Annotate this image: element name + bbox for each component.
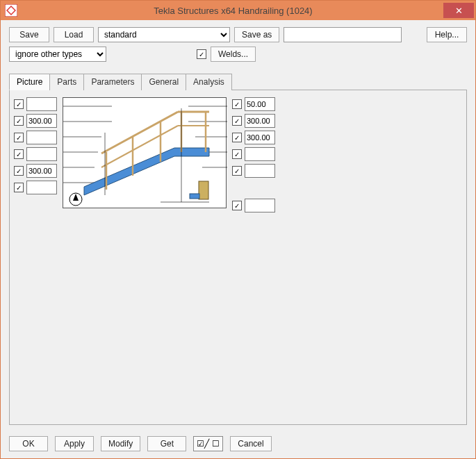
tab-panel-picture: ✓ ✓ ✓ ✓ ✓ ✓: [9, 90, 467, 425]
modify-button[interactable]: Modify: [101, 436, 140, 451]
tab-bar: Picture Parts Parameters General Analysi…: [9, 73, 467, 90]
left-value-3[interactable]: [26, 131, 57, 144]
save-as-button[interactable]: Save as: [234, 27, 279, 42]
help-button[interactable]: Help...: [427, 27, 467, 42]
toggle-unset-icon: ☐: [212, 439, 220, 449]
tab-parts[interactable]: Parts: [49, 74, 84, 90]
right-check-2[interactable]: ✓: [232, 116, 242, 126]
svg-rect-27: [199, 181, 208, 199]
left-check-4[interactable]: ✓: [14, 149, 24, 159]
right-value-5[interactable]: [245, 164, 275, 178]
window-title: Tekla Structures x64 Handrailing (1024): [23, 6, 443, 16]
handrail-diagram: [63, 97, 227, 208]
ok-button[interactable]: OK: [9, 436, 48, 451]
get-button[interactable]: Get: [147, 436, 186, 451]
left-check-3[interactable]: ✓: [14, 133, 24, 142]
left-check-5[interactable]: ✓: [14, 166, 24, 176]
save-button[interactable]: Save: [9, 27, 49, 42]
right-value-1[interactable]: [245, 97, 275, 111]
right-value-3[interactable]: [245, 131, 275, 144]
right-value-4[interactable]: [245, 147, 275, 161]
toggle-set-unset[interactable]: ☑╱ ☐: [193, 436, 223, 451]
right-check-3[interactable]: ✓: [232, 133, 242, 142]
tab-parameters[interactable]: Parameters: [83, 74, 142, 90]
left-check-6[interactable]: ✓: [14, 183, 24, 192]
app-icon: [5, 4, 17, 17]
preset-combo[interactable]: standard: [98, 27, 230, 42]
save-as-name-input[interactable]: [284, 27, 402, 42]
left-value-4[interactable]: [26, 147, 57, 161]
right-fields: ✓ ✓ ✓ ✓ ✓ ✓: [232, 97, 275, 212]
left-fields: ✓ ✓ ✓ ✓ ✓ ✓: [14, 97, 57, 212]
right-value-2[interactable]: [245, 114, 275, 128]
left-value-2[interactable]: [26, 114, 57, 128]
svg-rect-28: [190, 194, 199, 199]
left-check-1[interactable]: ✓: [14, 99, 24, 109]
right-check-5[interactable]: ✓: [232, 166, 242, 176]
tab-analysis[interactable]: Analysis: [186, 74, 232, 90]
right-check-1[interactable]: ✓: [232, 99, 242, 109]
toggle-set-icon: ☑╱: [197, 439, 209, 449]
left-value-6[interactable]: [26, 181, 57, 194]
apply-button[interactable]: Apply: [55, 436, 94, 451]
tab-picture[interactable]: Picture: [9, 74, 50, 90]
svg-marker-26: [73, 194, 79, 201]
right-check-6[interactable]: ✓: [232, 201, 242, 210]
load-button[interactable]: Load: [54, 27, 94, 42]
footer-bar: OK Apply Modify Get ☑╱ ☐ Cancel: [1, 431, 475, 458]
welds-button[interactable]: Welds...: [211, 47, 256, 62]
titlebar: Tekla Structures x64 Handrailing (1024) …: [1, 1, 475, 20]
welds-checkbox[interactable]: ✓: [197, 49, 206, 59]
filter-combo[interactable]: ignore other types: [9, 47, 106, 62]
left-check-2[interactable]: ✓: [14, 116, 24, 126]
left-value-5[interactable]: [26, 164, 57, 178]
left-value-1[interactable]: [26, 97, 57, 111]
svg-marker-12: [84, 148, 209, 195]
cancel-button[interactable]: Cancel: [230, 436, 271, 451]
close-icon: ✕: [455, 6, 463, 16]
tab-general[interactable]: General: [141, 74, 186, 90]
right-value-6[interactable]: [245, 199, 275, 212]
close-button[interactable]: ✕: [443, 3, 474, 18]
right-check-4[interactable]: ✓: [232, 149, 242, 159]
